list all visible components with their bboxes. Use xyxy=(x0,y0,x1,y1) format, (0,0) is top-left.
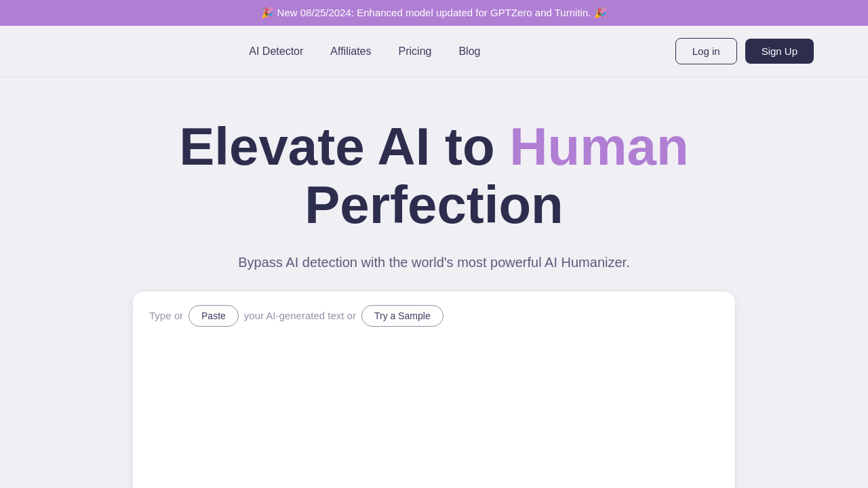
announcement-text: 🎉 New 08/25/2024: Enhanced model updated… xyxy=(261,7,606,18)
editor-toolbar: Type or Paste your AI-generated text or … xyxy=(149,305,719,327)
hero-title: Elevate AI to Human Perfection xyxy=(179,118,688,235)
paste-button[interactable]: Paste xyxy=(189,305,239,327)
hero-title-highlight: Human xyxy=(509,117,688,176)
hero-title-part2: Perfection xyxy=(304,175,563,235)
nav-item-blog[interactable]: Blog xyxy=(458,45,480,58)
type-or-label: Type or xyxy=(149,310,183,321)
signup-button[interactable]: Sign Up xyxy=(745,39,814,64)
hero-subtitle: Bypass AI detection with the world's mos… xyxy=(238,255,629,270)
nav-actions: Log in Sign Up xyxy=(675,38,814,64)
nav-item-ai-detector[interactable]: AI Detector xyxy=(249,45,303,58)
nav-links: AI Detector Affiliates Pricing Blog xyxy=(54,45,675,58)
nav-item-affiliates[interactable]: Affiliates xyxy=(330,45,371,58)
navbar: AI Detector Affiliates Pricing Blog Log … xyxy=(0,26,868,77)
announcement-banner: 🎉 New 08/25/2024: Enhanced model updated… xyxy=(0,0,868,26)
try-sample-button[interactable]: Try a Sample xyxy=(361,305,443,327)
login-button[interactable]: Log in xyxy=(675,38,737,64)
separator-text: your AI-generated text or xyxy=(244,310,356,321)
main-content: Elevate AI to Human Perfection Bypass AI… xyxy=(0,77,868,488)
hero-title-part1: Elevate AI to xyxy=(179,117,509,176)
text-editor-container: Type or Paste your AI-generated text or … xyxy=(132,291,736,488)
nav-item-pricing[interactable]: Pricing xyxy=(399,45,432,58)
ai-text-input[interactable] xyxy=(149,338,719,487)
